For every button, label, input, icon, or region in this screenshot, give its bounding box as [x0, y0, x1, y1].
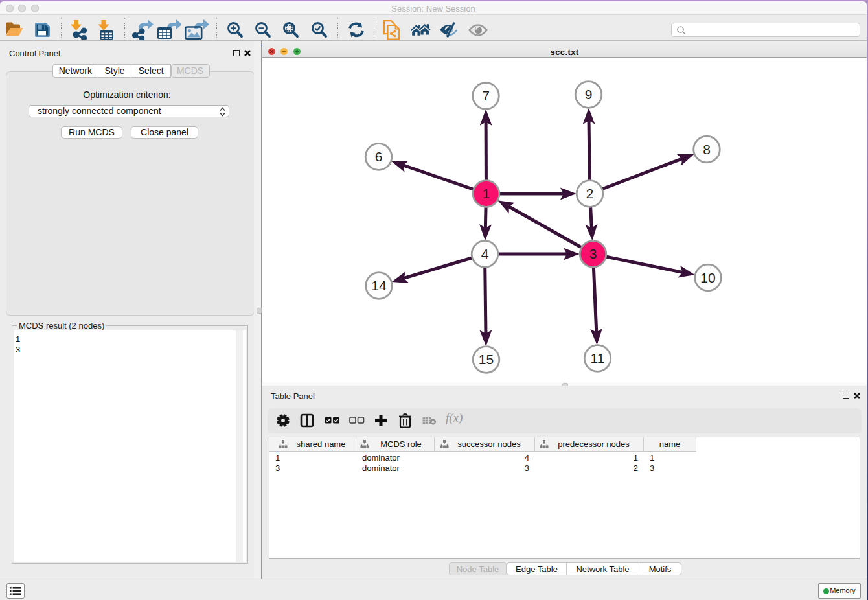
svg-text:11: 11: [591, 351, 605, 365]
svg-text:8: 8: [703, 142, 711, 157]
svg-text:9: 9: [585, 87, 593, 102]
svg-text:1: 1: [483, 186, 490, 201]
svg-text:6: 6: [375, 149, 383, 164]
svg-text:4: 4: [481, 246, 489, 261]
svg-text:10: 10: [700, 270, 715, 285]
svg-text:2: 2: [586, 186, 594, 201]
svg-text:15: 15: [479, 352, 494, 367]
svg-text:14: 14: [371, 278, 387, 293]
svg-text:3: 3: [589, 246, 597, 261]
svg-text:7: 7: [482, 88, 490, 103]
